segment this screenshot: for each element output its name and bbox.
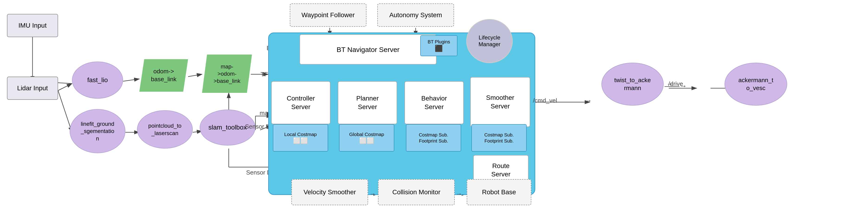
global-costmap-node: Global Costmap ⬜⬜ xyxy=(339,124,394,152)
global-costmap-icon: ⬜⬜ xyxy=(349,137,384,144)
behavior-costmap-sub-node: Costmap Sub.Footprint Sub. xyxy=(406,124,461,152)
collision-monitor-node: Collision Monitor xyxy=(378,179,455,205)
lifecycle-manager-node: Lifecycle Manager xyxy=(466,19,513,63)
svg-line-6 xyxy=(123,79,139,81)
map-odom-label: map- >odom- >base_link xyxy=(214,63,240,85)
odom-base-link-node: odom-> base_link xyxy=(139,59,188,92)
global-costmap-label: Global Costmap xyxy=(349,131,384,137)
autonomy-system-node: Autonomy System xyxy=(377,3,454,27)
bt-plugins-node: BT Plugins ⬛ xyxy=(420,35,458,56)
robot-base-node: Robot Base xyxy=(467,179,531,205)
velocity-smoother-node: Velocity Smoother xyxy=(291,179,368,205)
linefit-node: linefit_ground _sgementatio n xyxy=(70,109,125,153)
bt-plugins-icon: ⬛ xyxy=(428,44,450,53)
odom-base-link-label: odom-> base_link xyxy=(151,67,177,83)
fast-lio-label: fast_lio xyxy=(87,76,108,84)
ackermann-to-vesc-label: ackermann_t o_vesc xyxy=(738,77,773,92)
planner-server-node: Planner Server xyxy=(338,81,397,124)
collision-monitor-label: Collision Monitor xyxy=(393,188,440,196)
smoother-server-node: Smoother Server xyxy=(470,77,530,127)
lifecycle-manager-label: Lifecycle Manager xyxy=(478,34,501,48)
bt-navigator-node: BT Navigator Server xyxy=(300,34,437,64)
behavior-server-node: Behavior Server xyxy=(404,81,464,124)
local-costmap-icon: ⬜⬜ xyxy=(284,137,317,144)
velocity-smoother-label: Velocity Smoother xyxy=(304,188,356,196)
smoother-costmap-sub-label: Costmap Sub.Footprint Sub. xyxy=(485,132,514,144)
controller-server-label: Controller Server xyxy=(287,94,315,111)
smoother-costmap-sub-node: Costmap Sub.Footprint Sub. xyxy=(471,124,527,152)
svg-line-3 xyxy=(58,84,72,91)
imu-input-node: IMU Input xyxy=(7,14,58,37)
bt-plugins-label: BT Plugins xyxy=(428,39,450,44)
smoother-server-label: Smoother Server xyxy=(486,94,514,111)
lidar-input-node: Lidar Input xyxy=(7,77,58,100)
local-costmap-node: Local Costmap ⬜⬜ xyxy=(273,124,328,152)
slam-toolbox-label: slam_toolbox xyxy=(209,123,247,132)
lidar-input-label: Lidar Input xyxy=(17,84,48,92)
arrow-col-rob: → xyxy=(456,190,462,198)
autonomy-system-label: Autonomy System xyxy=(389,11,442,19)
controller-server-node: Controller Server xyxy=(271,81,331,124)
twist-to-ackermann-node: twist_to_acke rmann xyxy=(601,63,664,105)
ackermann-to-vesc-node: ackermann_t o_vesc xyxy=(724,63,787,105)
linefit-label: linefit_ground _sgementatio n xyxy=(81,120,114,142)
waypoint-follower-node: Waypoint Follower xyxy=(290,3,366,27)
architecture-diagram: IMU Input Lidar Input fast_lio linefit_g… xyxy=(0,0,868,214)
svg-line-4 xyxy=(58,91,72,132)
pointcloud-node: pointcloud_to _laserscan xyxy=(137,110,193,149)
fast-lio-node: fast_lio xyxy=(72,62,123,99)
arrow-cmd-vel: → xyxy=(585,97,592,104)
arrow-vel-col: → xyxy=(369,190,376,198)
local-costmap-label: Local Costmap xyxy=(284,131,317,137)
map-odom-node: map- >odom- >base_link xyxy=(202,55,252,93)
twist-to-ackermann-label: twist_to_acke rmann xyxy=(614,77,651,92)
imu-input-label: IMU Input xyxy=(18,21,46,30)
pointcloud-label: pointcloud_to _laserscan xyxy=(148,122,182,136)
arrow-tw-ack: ——→ xyxy=(664,82,687,90)
svg-line-7 xyxy=(188,74,202,77)
robot-base-label: Robot Base xyxy=(482,188,516,196)
planner-server-label: Planner Server xyxy=(356,94,379,111)
behavior-server-label: Behavior Server xyxy=(421,94,447,111)
route-server-label: Route Server xyxy=(491,162,510,179)
behavior-costmap-sub-label: Costmap Sub.Footprint Sub. xyxy=(419,132,448,144)
tf-label: TF xyxy=(260,71,268,78)
waypoint-follower-label: Waypoint Follower xyxy=(302,11,354,19)
bt-navigator-label: BT Navigator Server xyxy=(337,45,399,54)
cmd-vel-label: /cmd_vel xyxy=(533,97,557,104)
